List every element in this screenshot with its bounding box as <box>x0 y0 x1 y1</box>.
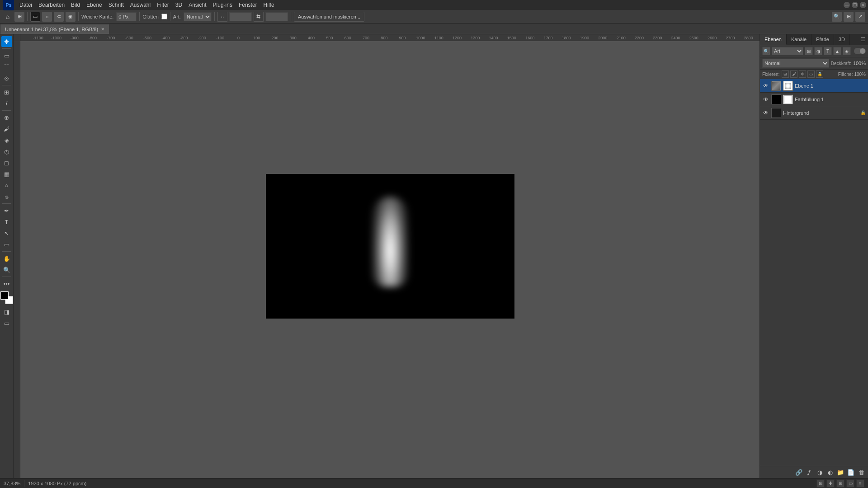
menu-item-bearbeiten[interactable]: Bearbeiten <box>35 1 68 9</box>
height-input[interactable] <box>265 12 288 21</box>
status-btn-1[interactable]: ⊞ <box>816 479 825 488</box>
history-brush-button[interactable]: ◷ <box>1 146 12 157</box>
toolbar-btn-lasso[interactable]: ⊂ <box>54 12 64 22</box>
menu-item-auswahl[interactable]: Auswahl <box>127 1 154 9</box>
pen-tool-button[interactable]: ✒ <box>1 205 12 216</box>
menu-item-datei[interactable]: Datei <box>16 1 35 9</box>
tab-layers[interactable]: Ebenen <box>760 34 787 45</box>
panel-menu-button[interactable]: ☰ <box>859 34 868 45</box>
status-btn-3[interactable]: ⊞ <box>836 479 844 488</box>
filter-smartobj-button[interactable]: ◈ <box>843 47 851 55</box>
canvas-area[interactable] <box>20 41 760 478</box>
eraser-tool-button[interactable]: ◻ <box>1 157 12 168</box>
lock-move-button[interactable]: ✥ <box>799 70 806 78</box>
app-logo: Ps <box>3 0 14 10</box>
glitter-checkbox[interactable] <box>161 14 167 19</box>
tool-home-icon[interactable]: ⌂ <box>3 12 13 22</box>
tool-preset-icon[interactable]: ⊞ <box>14 12 24 22</box>
layer-visibility-ebene1[interactable]: 👁 <box>762 82 769 89</box>
workspace-icon[interactable]: ⊞ <box>844 12 854 22</box>
status-btn-5[interactable]: ≡ <box>856 479 864 488</box>
fill-value[interactable]: 100% <box>854 72 866 77</box>
tab-close-button[interactable]: ✕ <box>101 27 104 32</box>
layer-mask-button[interactable]: ◑ <box>815 468 824 477</box>
layer-row-ebene1[interactable]: 👁 Ebene 1 <box>760 79 868 93</box>
tab-bar: Unbenannt-1 bei 37,8% (Ebene 1, RGB/8) ✕ <box>0 23 868 34</box>
layer-visibility-farb[interactable]: 👁 <box>762 96 769 103</box>
text-tool-button[interactable]: T <box>1 216 12 227</box>
zoom-tool-button[interactable]: 🔍 <box>1 264 12 275</box>
menu-item-3d[interactable]: 3D <box>172 1 185 9</box>
toolbar-btn-ellipse[interactable]: ○ <box>42 12 52 22</box>
menu-item-ansicht[interactable]: Ansicht <box>185 1 209 9</box>
soft-edge-input[interactable] <box>116 12 137 21</box>
hand-tool-button[interactable]: ✋ <box>1 253 12 264</box>
window-minimize-button[interactable]: — <box>844 2 850 8</box>
quick-select-tool-button[interactable]: ⊙ <box>1 73 12 84</box>
menu-item-hilfe[interactable]: Hilfe <box>260 1 278 9</box>
opacity-value[interactable]: 100% <box>853 61 866 66</box>
lock-pixels-button[interactable]: ⊞ <box>782 70 789 78</box>
stamp-tool-button[interactable]: ◈ <box>1 135 12 145</box>
quickmask-toggle[interactable]: ◨ <box>1 306 12 317</box>
width-height-link[interactable]: ↔ <box>217 12 227 22</box>
foreground-color-swatch[interactable] <box>0 291 9 300</box>
layer-link-button[interactable]: 🔗 <box>794 468 803 477</box>
menu-item-ebene[interactable]: Ebene <box>83 1 105 9</box>
heal-tool-button[interactable]: ⊕ <box>1 112 12 123</box>
layer-adjustment-button[interactable]: ◐ <box>826 468 835 477</box>
tab-3d[interactable]: 3D <box>834 34 850 45</box>
layer-delete-button[interactable]: 🗑 <box>857 468 866 477</box>
search-icon[interactable]: 🔍 <box>832 12 842 22</box>
menu-item-fenster[interactable]: Fenster <box>236 1 260 9</box>
toolbar-btn-rect[interactable]: ▭ <box>30 12 40 22</box>
type-select[interactable]: Normal <box>184 12 212 21</box>
layer-row-hintergrund[interactable]: 👁 Hintergrund 🔒 <box>760 106 868 120</box>
filter-adjust-button[interactable]: ◑ <box>814 47 822 55</box>
window-restore-button[interactable]: ❐ <box>852 2 858 8</box>
lasso-tool-button[interactable]: ⌒ <box>1 61 12 72</box>
document-tab[interactable]: Unbenannt-1 bei 37,8% (Ebene 1, RGB/8) ✕ <box>0 24 109 34</box>
filter-shape-button[interactable]: ▲ <box>833 47 841 55</box>
crop-tool-button[interactable]: ⊞ <box>1 87 12 98</box>
path-select-button[interactable]: ↖ <box>1 228 12 239</box>
layer-new-button[interactable]: 📄 <box>846 468 855 477</box>
layer-mode-select[interactable]: Normal <box>762 59 829 68</box>
blur-tool-button[interactable]: ○ <box>1 180 12 191</box>
filter-toggle[interactable] <box>854 48 866 54</box>
layer-group-button[interactable]: 📁 <box>836 468 845 477</box>
lock-draw-button[interactable]: 🖌 <box>790 70 797 78</box>
shape-tool-button[interactable]: ▭ <box>1 239 12 250</box>
status-btn-2[interactable]: ✚ <box>826 479 835 488</box>
swap-wh-button[interactable]: ⇆ <box>254 12 264 22</box>
filter-text-button[interactable]: T <box>824 47 832 55</box>
width-input[interactable] <box>229 12 252 21</box>
rect-select-tool-button[interactable]: ▭ <box>1 50 12 61</box>
layer-visibility-hintergrund[interactable]: 👁 <box>762 109 769 117</box>
lock-artboard-button[interactable]: ▭ <box>807 70 815 78</box>
tab-channels[interactable]: Kanäle <box>787 34 811 45</box>
screen-mode-button[interactable]: ▭ <box>1 318 12 328</box>
filter-pixel-button[interactable]: ⊞ <box>805 47 813 55</box>
menu-item-bild[interactable]: Bild <box>68 1 83 9</box>
menu-item-schrift[interactable]: Schrift <box>105 1 127 9</box>
dodge-tool-button[interactable]: ⌾ <box>1 191 12 202</box>
status-btn-4[interactable]: ▭ <box>846 479 854 488</box>
lock-all-button[interactable]: 🔒 <box>816 70 823 78</box>
menu-item-filter[interactable]: Filter <box>154 1 172 9</box>
select-mask-button[interactable]: Auswählen und maskieren... <box>294 12 364 22</box>
more-tools-button[interactable]: ••• <box>1 278 12 289</box>
filter-type-icon[interactable]: 🔍 <box>762 47 770 55</box>
eyedropper-tool-button[interactable]: 𝒊 <box>1 98 12 109</box>
layer-style-button[interactable]: 𝒇 <box>805 468 814 477</box>
share-icon[interactable]: ↗ <box>855 12 865 22</box>
brush-tool-button[interactable]: 🖌 <box>1 123 12 134</box>
toolbar-btn-quickmask[interactable]: ◉ <box>66 12 75 22</box>
gradient-tool-button[interactable]: ▦ <box>1 169 12 179</box>
tab-paths[interactable]: Pfade <box>811 34 834 45</box>
move-tool-button[interactable]: ✥ <box>1 36 12 47</box>
filter-type-select[interactable]: Art <box>772 47 803 55</box>
menu-item-plug-ins[interactable]: Plug-ins <box>210 1 236 9</box>
window-close-button[interactable]: ✕ <box>860 2 866 8</box>
layer-row-farb[interactable]: 👁 Farbfüllung 1 <box>760 93 868 106</box>
